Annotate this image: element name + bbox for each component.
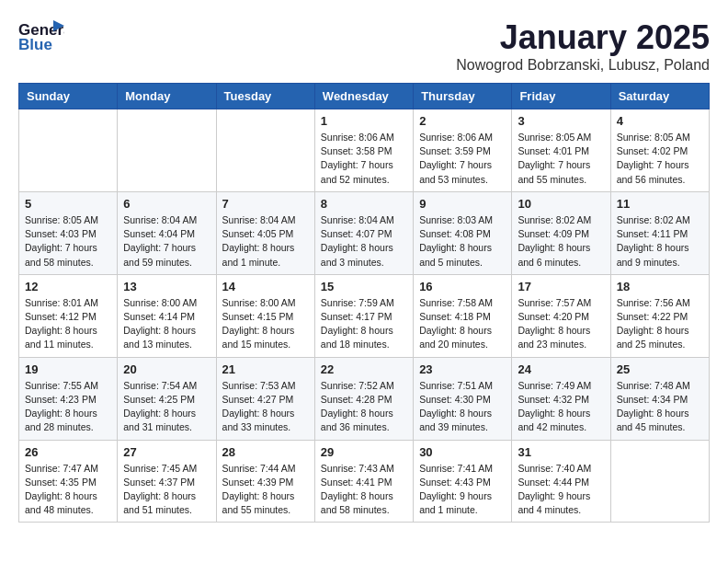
calendar-cell: 8Sunrise: 8:04 AM Sunset: 4:07 PM Daylig… bbox=[314, 191, 413, 274]
day-info: Sunrise: 8:00 AM Sunset: 4:15 PM Dayligh… bbox=[222, 296, 309, 352]
weekday-header-friday: Friday bbox=[512, 84, 610, 109]
calendar-cell: 13Sunrise: 8:00 AM Sunset: 4:14 PM Dayli… bbox=[118, 274, 216, 357]
day-number: 19 bbox=[25, 362, 111, 376]
day-number: 3 bbox=[518, 114, 604, 128]
day-info: Sunrise: 7:48 AM Sunset: 4:34 PM Dayligh… bbox=[617, 379, 703, 435]
day-number: 22 bbox=[321, 362, 407, 376]
calendar-cell: 28Sunrise: 7:44 AM Sunset: 4:39 PM Dayli… bbox=[216, 440, 314, 523]
calendar-cell: 31Sunrise: 7:40 AM Sunset: 4:44 PM Dayli… bbox=[512, 440, 610, 523]
day-info: Sunrise: 8:00 AM Sunset: 4:14 PM Dayligh… bbox=[123, 296, 210, 352]
svg-text:Blue: Blue bbox=[18, 36, 52, 53]
day-info: Sunrise: 7:58 AM Sunset: 4:18 PM Dayligh… bbox=[419, 296, 506, 352]
calendar-cell: 2Sunrise: 8:06 AM Sunset: 3:59 PM Daylig… bbox=[414, 109, 512, 192]
day-number: 11 bbox=[617, 197, 703, 211]
calendar-cell bbox=[118, 109, 216, 192]
calendar-cell: 14Sunrise: 8:00 AM Sunset: 4:15 PM Dayli… bbox=[216, 274, 314, 357]
day-number: 23 bbox=[419, 362, 506, 376]
title-area: January 2025 Nowogrod Bobrzanski, Lubusz… bbox=[456, 18, 710, 74]
weekday-header-thursday: Thursday bbox=[414, 84, 512, 109]
calendar-cell bbox=[19, 109, 118, 192]
day-number: 24 bbox=[518, 362, 604, 376]
day-info: Sunrise: 7:59 AM Sunset: 4:17 PM Dayligh… bbox=[321, 296, 407, 352]
day-number: 1 bbox=[321, 114, 407, 128]
calendar-cell: 16Sunrise: 7:58 AM Sunset: 4:18 PM Dayli… bbox=[414, 274, 512, 357]
day-number: 2 bbox=[419, 114, 506, 128]
day-info: Sunrise: 8:04 AM Sunset: 4:04 PM Dayligh… bbox=[123, 213, 210, 270]
day-number: 30 bbox=[419, 445, 506, 459]
calendar-week-3: 12Sunrise: 8:01 AM Sunset: 4:12 PM Dayli… bbox=[19, 274, 710, 357]
day-info: Sunrise: 7:43 AM Sunset: 4:41 PM Dayligh… bbox=[321, 462, 407, 518]
calendar-cell: 25Sunrise: 7:48 AM Sunset: 4:34 PM Dayli… bbox=[610, 357, 709, 440]
day-info: Sunrise: 8:02 AM Sunset: 4:11 PM Dayligh… bbox=[617, 213, 703, 270]
weekday-header-wednesday: Wednesday bbox=[314, 84, 413, 109]
weekday-header-row: SundayMondayTuesdayWednesdayThursdayFrid… bbox=[19, 84, 710, 109]
calendar-cell: 12Sunrise: 8:01 AM Sunset: 4:12 PM Dayli… bbox=[19, 274, 118, 357]
day-info: Sunrise: 7:41 AM Sunset: 4:43 PM Dayligh… bbox=[419, 462, 506, 518]
weekday-header-tuesday: Tuesday bbox=[216, 84, 314, 109]
day-number: 12 bbox=[25, 280, 111, 293]
calendar-cell: 20Sunrise: 7:54 AM Sunset: 4:25 PM Dayli… bbox=[118, 357, 216, 440]
day-number: 26 bbox=[25, 445, 111, 459]
calendar-cell: 6Sunrise: 8:04 AM Sunset: 4:04 PM Daylig… bbox=[118, 191, 216, 274]
day-number: 17 bbox=[518, 280, 604, 293]
day-info: Sunrise: 8:04 AM Sunset: 4:05 PM Dayligh… bbox=[222, 213, 309, 270]
calendar-cell: 23Sunrise: 7:51 AM Sunset: 4:30 PM Dayli… bbox=[414, 357, 512, 440]
day-info: Sunrise: 8:02 AM Sunset: 4:09 PM Dayligh… bbox=[518, 213, 604, 270]
day-info: Sunrise: 7:49 AM Sunset: 4:32 PM Dayligh… bbox=[518, 379, 604, 435]
day-number: 28 bbox=[222, 445, 309, 459]
calendar-cell: 26Sunrise: 7:47 AM Sunset: 4:35 PM Dayli… bbox=[19, 440, 118, 523]
logo: General Blue bbox=[18, 18, 64, 55]
calendar-cell: 18Sunrise: 7:56 AM Sunset: 4:22 PM Dayli… bbox=[610, 274, 709, 357]
calendar-cell: 27Sunrise: 7:45 AM Sunset: 4:37 PM Dayli… bbox=[118, 440, 216, 523]
day-info: Sunrise: 8:06 AM Sunset: 3:58 PM Dayligh… bbox=[321, 131, 407, 187]
day-number: 31 bbox=[518, 445, 604, 459]
day-number: 25 bbox=[617, 362, 703, 376]
calendar-week-5: 26Sunrise: 7:47 AM Sunset: 4:35 PM Dayli… bbox=[19, 440, 710, 523]
day-info: Sunrise: 7:56 AM Sunset: 4:22 PM Dayligh… bbox=[617, 296, 703, 352]
day-number: 9 bbox=[419, 197, 506, 211]
day-info: Sunrise: 7:53 AM Sunset: 4:27 PM Dayligh… bbox=[222, 379, 309, 435]
day-number: 13 bbox=[123, 280, 210, 293]
calendar-cell: 1Sunrise: 8:06 AM Sunset: 3:58 PM Daylig… bbox=[314, 109, 413, 192]
calendar-cell: 7Sunrise: 8:04 AM Sunset: 4:05 PM Daylig… bbox=[216, 191, 314, 274]
day-info: Sunrise: 7:40 AM Sunset: 4:44 PM Dayligh… bbox=[518, 462, 604, 518]
calendar-subtitle: Nowogrod Bobrzanski, Lubusz, Poland bbox=[456, 57, 710, 74]
day-info: Sunrise: 8:05 AM Sunset: 4:02 PM Dayligh… bbox=[617, 131, 703, 187]
day-info: Sunrise: 8:05 AM Sunset: 4:03 PM Dayligh… bbox=[25, 213, 111, 270]
day-info: Sunrise: 7:51 AM Sunset: 4:30 PM Dayligh… bbox=[419, 379, 506, 435]
page-header: General Blue January 2025 Nowogrod Bobrz… bbox=[18, 18, 710, 74]
calendar-cell: 17Sunrise: 7:57 AM Sunset: 4:20 PM Dayli… bbox=[512, 274, 610, 357]
calendar-cell: 9Sunrise: 8:03 AM Sunset: 4:08 PM Daylig… bbox=[414, 191, 512, 274]
day-number: 29 bbox=[321, 445, 407, 459]
day-number: 20 bbox=[123, 362, 210, 376]
day-info: Sunrise: 8:06 AM Sunset: 3:59 PM Dayligh… bbox=[419, 131, 506, 187]
day-info: Sunrise: 7:45 AM Sunset: 4:37 PM Dayligh… bbox=[123, 462, 210, 518]
day-number: 15 bbox=[321, 280, 407, 293]
day-number: 14 bbox=[222, 280, 309, 293]
day-info: Sunrise: 8:04 AM Sunset: 4:07 PM Dayligh… bbox=[321, 213, 407, 270]
calendar-title: January 2025 bbox=[456, 18, 710, 57]
calendar-table: SundayMondayTuesdayWednesdayThursdayFrid… bbox=[18, 83, 710, 523]
day-number: 4 bbox=[617, 114, 703, 128]
day-number: 5 bbox=[25, 197, 111, 211]
calendar-cell: 10Sunrise: 8:02 AM Sunset: 4:09 PM Dayli… bbox=[512, 191, 610, 274]
calendar-week-2: 5Sunrise: 8:05 AM Sunset: 4:03 PM Daylig… bbox=[19, 191, 710, 274]
day-number: 21 bbox=[222, 362, 309, 376]
logo-icon: General Blue bbox=[18, 18, 64, 55]
day-number: 7 bbox=[222, 197, 309, 211]
day-info: Sunrise: 8:05 AM Sunset: 4:01 PM Dayligh… bbox=[518, 131, 604, 187]
calendar-cell: 11Sunrise: 8:02 AM Sunset: 4:11 PM Dayli… bbox=[610, 191, 709, 274]
day-info: Sunrise: 8:01 AM Sunset: 4:12 PM Dayligh… bbox=[25, 296, 111, 352]
calendar-cell bbox=[610, 440, 709, 523]
weekday-header-saturday: Saturday bbox=[610, 84, 709, 109]
day-number: 18 bbox=[617, 280, 703, 293]
day-number: 8 bbox=[321, 197, 407, 211]
day-info: Sunrise: 7:52 AM Sunset: 4:28 PM Dayligh… bbox=[321, 379, 407, 435]
day-number: 16 bbox=[419, 280, 506, 293]
calendar-cell: 5Sunrise: 8:05 AM Sunset: 4:03 PM Daylig… bbox=[19, 191, 118, 274]
calendar-cell: 4Sunrise: 8:05 AM Sunset: 4:02 PM Daylig… bbox=[610, 109, 709, 192]
calendar-cell: 29Sunrise: 7:43 AM Sunset: 4:41 PM Dayli… bbox=[314, 440, 413, 523]
day-info: Sunrise: 7:55 AM Sunset: 4:23 PM Dayligh… bbox=[25, 379, 111, 435]
day-info: Sunrise: 8:03 AM Sunset: 4:08 PM Dayligh… bbox=[419, 213, 506, 270]
day-number: 27 bbox=[123, 445, 210, 459]
